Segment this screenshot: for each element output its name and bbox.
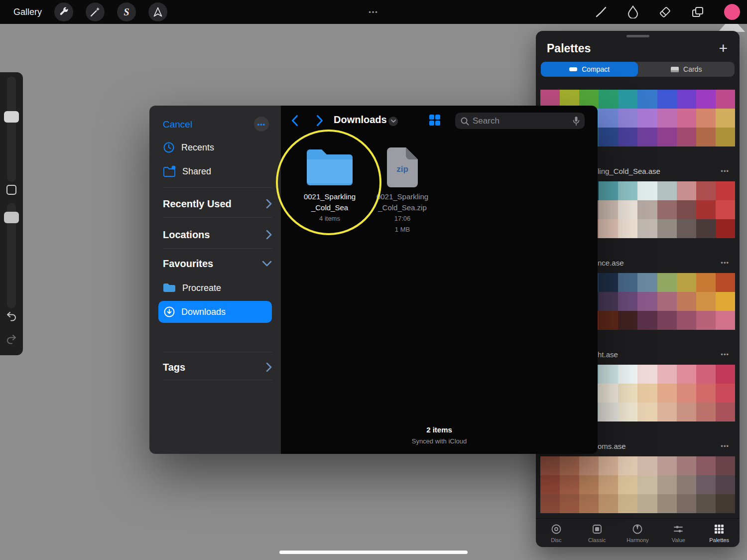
palette-swatch[interactable]	[560, 475, 579, 494]
palette-swatch[interactable]	[657, 292, 677, 311]
palette-swatch[interactable]	[716, 365, 735, 384]
palette-swatch[interactable]	[618, 475, 637, 494]
palette-swatch[interactable]	[637, 128, 657, 146]
palette-swatch[interactable]	[716, 494, 735, 513]
adjustments-button[interactable]	[86, 2, 105, 21]
sidebar-section-recently-used[interactable]: Recently Used	[163, 191, 272, 216]
palette-swatch[interactable]	[637, 384, 657, 403]
palette-swatch[interactable]	[540, 475, 560, 494]
palette-swatch[interactable]	[599, 311, 618, 330]
palette-swatch[interactable]	[716, 384, 735, 403]
palette-swatch[interactable]	[716, 181, 735, 200]
tab-compact[interactable]: Compact	[541, 62, 638, 77]
palette-swatch[interactable]	[696, 311, 716, 330]
tab-value[interactable]: Value	[658, 519, 699, 547]
palette-swatch[interactable]	[599, 273, 618, 292]
palette-swatch[interactable]	[657, 219, 677, 238]
cancel-button[interactable]: Cancel	[163, 114, 192, 136]
palette-swatch[interactable]	[696, 292, 716, 311]
palette-swatch[interactable]	[657, 475, 677, 494]
palette-swatch[interactable]	[599, 90, 618, 109]
palette-swatch[interactable]	[657, 200, 677, 219]
sidebar-item-procreate[interactable]: Procreate	[163, 277, 272, 299]
palette-swatch[interactable]	[696, 128, 716, 146]
palette-swatch[interactable]	[637, 109, 657, 128]
sidebar-section-tags[interactable]: Tags	[163, 355, 272, 380]
palette-options-button[interactable]: •••	[721, 442, 729, 450]
palette-swatch[interactable]	[618, 292, 637, 311]
brush-size-slider[interactable]	[7, 76, 16, 182]
palette-swatch[interactable]	[657, 403, 677, 421]
palette-swatch[interactable]	[716, 311, 735, 330]
tab-harmony[interactable]: Harmony	[618, 519, 658, 547]
palette-options-button[interactable]: •••	[721, 167, 729, 175]
palette-swatch[interactable]	[696, 90, 716, 109]
palette-swatch[interactable]	[540, 494, 560, 513]
palette-swatch[interactable]	[677, 494, 696, 513]
sidebar-section-favourites[interactable]: Favourites	[163, 251, 272, 276]
palette-swatch[interactable]	[677, 219, 696, 238]
palette-swatch[interactable]	[696, 365, 716, 384]
palette-swatch[interactable]	[637, 219, 657, 238]
palette-swatch[interactable]	[599, 456, 618, 475]
eraser-button[interactable]	[658, 5, 671, 18]
palette-swatch[interactable]	[677, 456, 696, 475]
palette-swatch[interactable]	[696, 494, 716, 513]
tab-classic[interactable]: Classic	[577, 519, 618, 547]
palette-swatch[interactable]	[540, 456, 560, 475]
palette-swatch[interactable]	[637, 456, 657, 475]
tab-palettes[interactable]: Palettes	[699, 519, 740, 547]
palette-swatch[interactable]	[696, 403, 716, 421]
palette-swatch[interactable]	[599, 403, 618, 421]
sidebar-section-locations[interactable]: Locations	[163, 222, 272, 247]
home-indicator[interactable]	[279, 551, 468, 554]
palette-swatch[interactable]	[716, 128, 735, 146]
palette-swatch[interactable]	[716, 292, 735, 311]
palette-swatch[interactable]	[618, 273, 637, 292]
palette-swatch[interactable]	[677, 292, 696, 311]
palette-swatch[interactable]	[677, 403, 696, 421]
sidebar-item-recents[interactable]: Recents	[163, 137, 272, 158]
palette-swatch[interactable]	[560, 494, 579, 513]
palette-swatch[interactable]	[716, 456, 735, 475]
palette-swatch[interactable]	[716, 90, 735, 109]
search-input[interactable]	[473, 116, 569, 126]
palette-swatch[interactable]	[618, 311, 637, 330]
palette-swatch[interactable]	[599, 365, 618, 384]
palette-swatch[interactable]	[677, 384, 696, 403]
palette-swatch[interactable]	[657, 181, 677, 200]
palette-swatch[interactable]	[618, 403, 637, 421]
add-palette-button[interactable]: +	[719, 41, 728, 56]
palette-swatch[interactable]	[657, 384, 677, 403]
palette-swatch[interactable]	[716, 219, 735, 238]
palette-swatch[interactable]	[677, 200, 696, 219]
palette-swatch[interactable]	[637, 181, 657, 200]
palette-swatch[interactable]	[657, 109, 677, 128]
smudge-button[interactable]	[627, 5, 638, 18]
palette-swatch[interactable]	[677, 311, 696, 330]
palette-swatch[interactable]	[618, 200, 637, 219]
palette-swatch[interactable]	[618, 90, 637, 109]
brush-size-handle[interactable]	[4, 111, 19, 123]
palette-swatch[interactable]	[716, 109, 735, 128]
palette-swatch[interactable]	[618, 181, 637, 200]
palette-swatch[interactable]	[637, 292, 657, 311]
palette-swatch[interactable]	[677, 273, 696, 292]
palette-swatch[interactable]	[677, 90, 696, 109]
palette-swatch[interactable]	[599, 384, 618, 403]
palette-swatch[interactable]	[657, 273, 677, 292]
palette-swatch[interactable]	[657, 128, 677, 146]
file-item-folder[interactable]: 0021_Sparkling _Cold_Sea 4 items	[292, 147, 367, 224]
undo-button[interactable]	[5, 310, 17, 324]
palette-swatch[interactable]	[579, 475, 599, 494]
palette-swatch[interactable]	[599, 292, 618, 311]
brush-button[interactable]	[595, 5, 608, 18]
palette-swatch[interactable]	[599, 109, 618, 128]
palette-swatch[interactable]	[579, 456, 599, 475]
palette-swatch[interactable]	[618, 365, 637, 384]
palette-swatch[interactable]	[677, 475, 696, 494]
actions-button[interactable]	[54, 2, 73, 21]
canvas-overflow-button[interactable]: •••	[369, 0, 378, 24]
palette-swatch[interactable]	[618, 128, 637, 146]
opacity-handle[interactable]	[4, 212, 19, 223]
